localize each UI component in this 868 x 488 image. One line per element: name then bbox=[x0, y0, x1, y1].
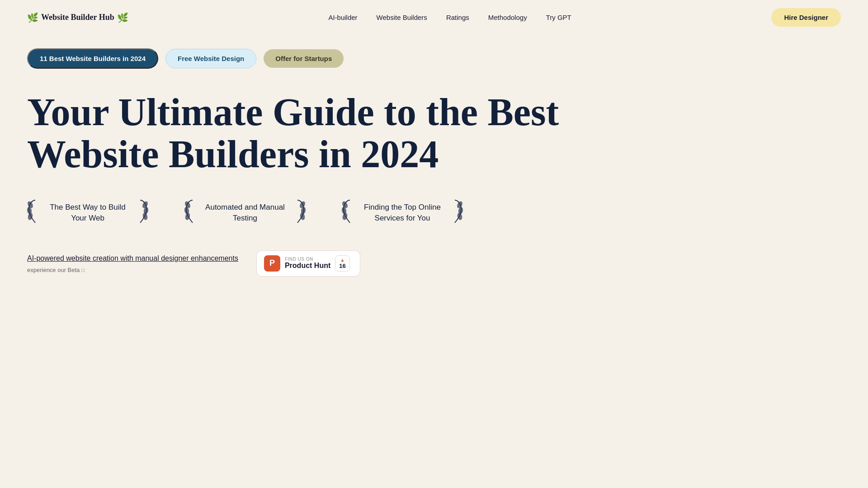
nav-links: AI-builder Website Builders Ratings Meth… bbox=[328, 14, 571, 21]
laurel-text-3: Finding the Top Online Services for You bbox=[362, 202, 443, 224]
laurel-right-1 bbox=[132, 198, 148, 228]
ai-beta: experience our Beta □ bbox=[27, 267, 238, 273]
ai-section: AI-powered website creation with manual … bbox=[27, 250, 841, 277]
nav-try-gpt[interactable]: Try GPT bbox=[546, 14, 571, 21]
laurel-right-3 bbox=[447, 198, 463, 228]
laurel-right-2 bbox=[289, 198, 306, 228]
logo-laurel-left: 🌿 bbox=[27, 12, 38, 23]
hero-title: Your Ultimate Guide to the Best Website … bbox=[27, 91, 570, 175]
badges-row: 11 Best Website Builders in 2024 Free We… bbox=[0, 35, 868, 73]
ai-link[interactable]: AI-powered website creation with manual … bbox=[27, 254, 238, 262]
ph-arrow-icon: ▲ bbox=[340, 258, 345, 263]
ph-logo-letter: P bbox=[269, 258, 275, 268]
ph-text-block: FIND US ON Product Hunt bbox=[285, 257, 330, 270]
ph-name: Product Hunt bbox=[285, 262, 330, 270]
laurel-left-3 bbox=[342, 198, 358, 228]
hero-section: Your Ultimate Guide to the Best Website … bbox=[0, 73, 868, 290]
badge-best-builders[interactable]: 11 Best Website Builders in 2024 bbox=[27, 48, 158, 69]
laurel-left-2 bbox=[184, 198, 201, 228]
ai-link-block: AI-powered website creation with manual … bbox=[27, 253, 238, 273]
laurel-left-1 bbox=[27, 198, 43, 228]
ph-count: 16 bbox=[339, 263, 345, 269]
logo-laurel-right: 🌿 bbox=[117, 12, 128, 23]
ai-beta-text: experience our Beta bbox=[27, 267, 80, 273]
navbar: 🌿 Website Builder Hub 🌿 AI-builder Websi… bbox=[0, 0, 868, 35]
nav-methodology[interactable]: Methodology bbox=[488, 14, 527, 21]
laurel-text-2: Automated and Manual Testing bbox=[204, 202, 286, 224]
badge-startups[interactable]: Offer for Startups bbox=[264, 49, 344, 68]
nav-website-builders[interactable]: Website Builders bbox=[377, 14, 427, 21]
logo-text: Website Builder Hub bbox=[41, 13, 114, 22]
product-hunt-badge[interactable]: P FIND US ON Product Hunt ▲ 16 bbox=[256, 250, 360, 277]
laurel-row: The Best Way to Build Your Web Automated… bbox=[27, 198, 841, 228]
logo[interactable]: 🌿 Website Builder Hub 🌿 bbox=[27, 12, 128, 23]
badge-free-design[interactable]: Free Website Design bbox=[165, 49, 256, 68]
hire-designer-button[interactable]: Hire Designer bbox=[771, 8, 841, 27]
laurel-text-1: The Best Way to Build Your Web bbox=[47, 202, 128, 224]
laurel-item-2: Automated and Manual Testing bbox=[184, 198, 306, 228]
nav-ai-builder[interactable]: AI-builder bbox=[328, 14, 357, 21]
ph-upvote-block[interactable]: ▲ 16 bbox=[335, 255, 349, 272]
laurel-item-3: Finding the Top Online Services for You bbox=[342, 198, 463, 228]
beta-icon: □ bbox=[81, 267, 85, 273]
laurel-item-1: The Best Way to Build Your Web bbox=[27, 198, 148, 228]
ph-logo: P bbox=[264, 255, 280, 272]
ph-find-label: FIND US ON bbox=[285, 257, 330, 262]
nav-ratings[interactable]: Ratings bbox=[446, 14, 469, 21]
